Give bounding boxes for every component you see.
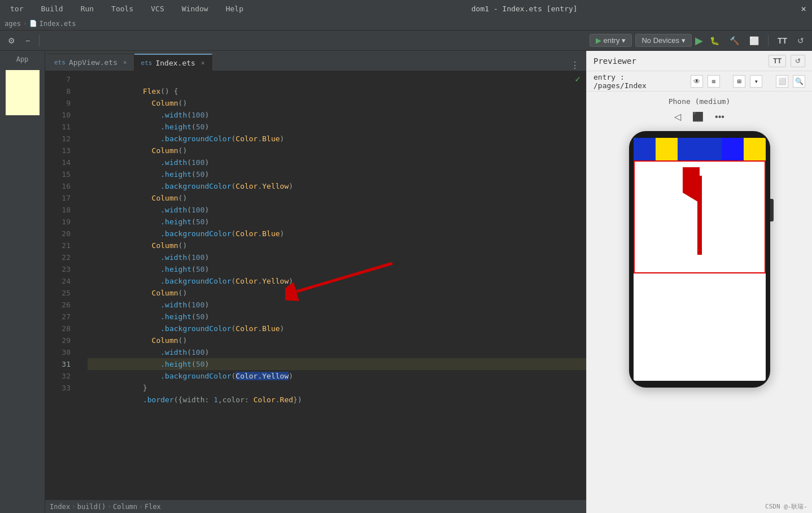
screen-icon[interactable]: ⬜ [776,75,788,88]
line-num-11: 11 [45,121,76,133]
code-content[interactable]: Flex() { Column() .width(100) .height(50… [88,71,586,499]
phone-up-arrow [683,167,717,258]
window-title: dom1 - Index.ets [entry] [472,5,578,13]
tab-appview-icon: ets [54,59,66,66]
breadcrumb-index[interactable]: Index.ets [40,20,76,28]
title-bar: tor Build Run Tools VCS Window Help dom1… [0,0,812,17]
tab-index-close[interactable]: × [201,59,205,67]
line-num-19: 19 [45,216,76,228]
grid-icon[interactable]: ⊞ [733,75,745,88]
line-num-30: 30 [45,346,76,358]
line-num-13: 13 [45,145,76,156]
toolbar-separator-2 [768,35,769,46]
bc-flex[interactable]: Flex [145,503,161,511]
tab-appview[interactable]: ets AppView.ets × [47,54,134,71]
settings-button[interactable]: ⚙ [5,34,19,47]
build-button[interactable]: 🔨 [726,34,743,47]
layers-icon[interactable]: ≡ [708,75,720,88]
line-num-26: 26 [45,299,76,311]
devices-chevron: ▾ [682,36,686,45]
menu-tor[interactable]: tor [6,3,28,15]
menu-build[interactable]: Build [36,3,67,15]
editor-gutter [76,71,88,499]
line-num-21: 21 [45,240,76,251]
line-num-10: 10 [45,109,76,121]
entry-dropdown[interactable]: ▶ entry ▾ [590,34,632,47]
line-num-18: 18 [45,204,76,216]
menu-vcs[interactable]: VCS [146,3,168,15]
bc-index[interactable]: Index [50,503,70,511]
menu-help[interactable]: Help [221,3,248,15]
previewer-title: Previewer [593,56,636,66]
code-line-7: Flex() { [88,73,586,85]
tab-more-button[interactable]: ⋮ [566,60,584,71]
code-line-33: .border({width: 1,color: Color.Red}) [88,382,586,394]
line-num-25: 25 [45,287,76,299]
title-bar-menu: tor Build Run Tools VCS Window Help [6,3,248,15]
project-breadcrumb: ages › 📄 Index.ets [0,17,812,31]
phone-screen [634,138,766,381]
check-mark: ✓ [575,73,580,84]
color-block-2 [656,138,678,160]
tab-index-label: Index.ets [155,59,195,67]
line-num-16: 16 [45,180,76,192]
tab-index[interactable]: ets Index.ets × [134,54,212,71]
tab-appview-close[interactable]: × [123,59,127,66]
entry-chevron: ▾ [622,36,626,45]
run-button[interactable]: ▶ [695,34,703,47]
line-num-32: 32 [45,370,76,382]
line-num-9: 9 [45,97,76,109]
refresh-button[interactable]: ↺ [794,34,807,47]
no-devices-label: No Devices [641,36,679,45]
menu-run[interactable]: Run [76,3,98,15]
sidebar-app-label: App [2,55,42,63]
bc-build[interactable]: build() [77,503,106,511]
bc-sep-1: › [72,503,76,510]
zoom-out-icon[interactable]: 🔍 [793,75,805,88]
line-num-14: 14 [45,156,76,168]
bc-column[interactable]: Column [113,503,137,511]
main-toolbar: ⚙ − ▶ entry ▾ No Devices ▾ ▶ 🐛 🔨 ⬜ TT ↺ [0,31,812,51]
line-numbers: 7 8 9 10 11 12 13 14 15 16 17 18 19 20 2… [45,71,76,499]
rotate-button[interactable]: ⬛ [689,110,707,123]
editor-breadcrumb: Index › build() › Column › Flex [45,499,586,513]
toolbar-separator-1 [39,35,40,46]
line-num-15: 15 [45,168,76,180]
stop-button[interactable]: ⬜ [746,34,762,47]
breadcrumb-ages[interactable]: ages [5,20,21,28]
tab-index-icon: ets [141,59,152,67]
line-num-20: 20 [45,228,76,240]
menu-window[interactable]: Window [177,3,213,15]
eye-icon[interactable]: 👁 [691,75,703,88]
bc-sep-2: › [107,503,111,510]
back-button[interactable]: ◁ [671,110,684,123]
breadcrumb-arrow-1: › [23,20,27,27]
no-devices-dropdown[interactable]: No Devices ▾ [635,34,691,47]
color-block-4 [700,138,722,160]
previewer-path-bar: entry : /pages/Index 👁 ≡ ⊞ ▾ ⬜ 🔍 [587,71,812,92]
phone-controls: ◁ ⬛ ••• [671,110,728,123]
tt-button[interactable]: TT [774,34,791,47]
sidebar-yellow-block [6,70,40,115]
entry-label: entry [604,36,620,45]
color-block-1 [634,138,656,160]
debug-button[interactable]: 🐛 [706,34,723,47]
line-num-29: 29 [45,334,76,346]
previewer-tt-button[interactable]: TT [769,55,786,67]
color-block-6 [744,138,766,160]
sidebar: App [0,51,45,513]
line-num-7: 7 [45,73,76,85]
color-block-3 [678,138,700,160]
code-editor[interactable]: 7 8 9 10 11 12 13 14 15 16 17 18 19 20 2… [45,71,586,499]
grid-chevron[interactable]: ▾ [750,75,762,88]
previewer-refresh-button[interactable]: ↺ [791,55,805,67]
line-num-17: 17 [45,192,76,204]
more-button[interactable]: ••• [711,111,728,123]
menu-tools[interactable]: Tools [107,3,138,15]
minus-button[interactable]: − [22,34,33,47]
sidebar-app[interactable]: App [0,51,45,68]
phone-side-button [770,199,774,221]
bc-sep-3: › [139,503,143,510]
close-btn[interactable]: × [801,3,806,14]
breadcrumb-file-icon: 📄 [29,20,37,27]
